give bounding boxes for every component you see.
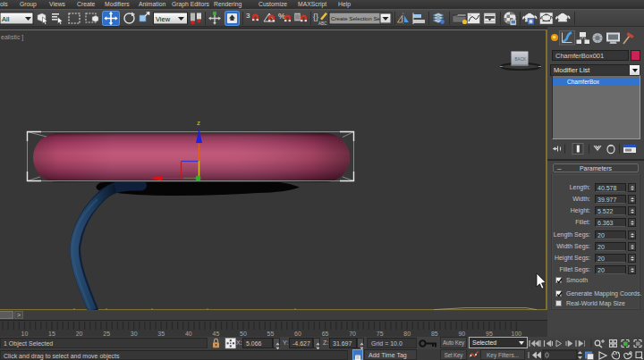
svg-text:75: 75 bbox=[377, 331, 384, 337]
svg-text:85: 85 bbox=[431, 331, 438, 337]
svg-text:30: 30 bbox=[131, 331, 138, 337]
svg-text:55: 55 bbox=[267, 331, 275, 337]
svg-text:%: % bbox=[278, 12, 285, 21]
svg-text:3: 3 bbox=[246, 12, 250, 20]
svg-text:15: 15 bbox=[48, 331, 55, 337]
svg-text:ABC: ABC bbox=[318, 21, 327, 26]
svg-text:65: 65 bbox=[322, 331, 329, 337]
svg-text:View: View bbox=[156, 15, 171, 23]
svg-text:20: 20 bbox=[76, 331, 83, 337]
svg-text:10: 10 bbox=[21, 331, 29, 337]
svg-text:45: 45 bbox=[213, 331, 220, 337]
svg-text:70: 70 bbox=[349, 331, 356, 337]
svg-text:80: 80 bbox=[403, 331, 411, 337]
svg-text:z: z bbox=[197, 119, 200, 127]
svg-text:40: 40 bbox=[185, 331, 192, 337]
svg-text:50: 50 bbox=[240, 331, 247, 337]
svg-text:90: 90 bbox=[458, 331, 465, 337]
svg-text:25: 25 bbox=[103, 331, 110, 337]
svg-text:Create Selection Se: Create Selection Se bbox=[331, 15, 381, 21]
svg-text:60: 60 bbox=[294, 331, 301, 337]
svg-text:BACK: BACK bbox=[515, 57, 527, 62]
svg-text:{}: {} bbox=[313, 13, 318, 21]
svg-text:95: 95 bbox=[486, 331, 493, 337]
svg-text:35: 35 bbox=[157, 331, 165, 337]
svg-text:100: 100 bbox=[512, 331, 522, 337]
svg-text:All: All bbox=[2, 15, 10, 23]
